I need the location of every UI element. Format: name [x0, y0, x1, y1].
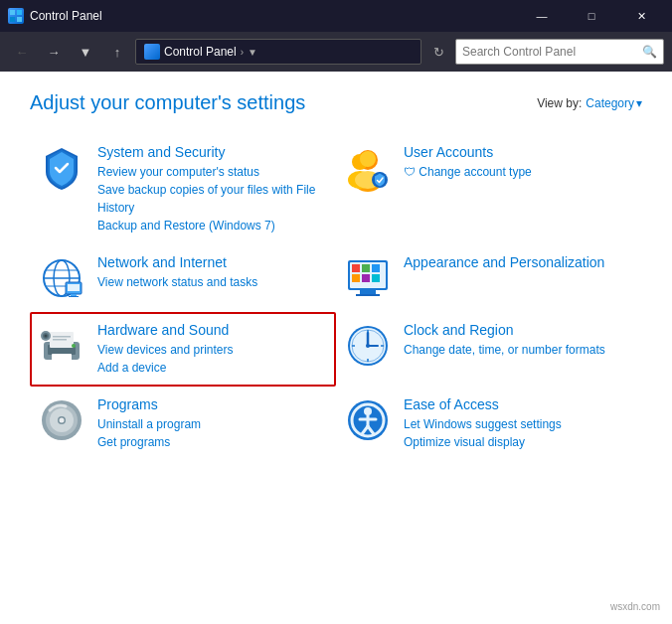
svg-rect-3	[17, 17, 22, 22]
page-title: Adjust your computer's settings	[30, 91, 305, 114]
svg-point-39	[72, 344, 76, 348]
programs-link-1[interactable]: Uninstall a program	[97, 415, 328, 433]
title-bar-left: Control Panel	[8, 8, 102, 24]
view-by-label: View by:	[537, 96, 582, 110]
programs-link-2[interactable]: Get programs	[97, 433, 328, 451]
window-title: Control Panel	[30, 9, 102, 23]
watermark: wsxdn.com	[610, 601, 660, 612]
clock-link-1[interactable]: Change date, time, or number formats	[404, 341, 634, 359]
clock-icon	[344, 322, 392, 370]
category-user-accounts: User Accounts 🛡 Change account type	[336, 134, 642, 244]
svg-point-54	[60, 418, 65, 423]
category-hardware: Hardware and Sound View devices and prin…	[30, 312, 336, 387]
path-label: Control Panel	[164, 45, 237, 59]
system-security-icon	[38, 144, 85, 192]
hardware-icon	[38, 322, 85, 370]
ease-text: Ease of Access Let Windows suggest setti…	[404, 396, 634, 451]
category-ease: Ease of Access Let Windows suggest setti…	[336, 387, 642, 461]
svg-rect-23	[362, 264, 370, 272]
categories-grid: System and Security Review your computer…	[30, 134, 642, 461]
view-by: View by: Category ▾	[537, 96, 642, 110]
ease-link-1[interactable]: Let Windows suggest settings	[404, 415, 634, 433]
category-appearance: Appearance and Personalization	[336, 244, 642, 312]
maximize-button[interactable]: □	[569, 0, 614, 32]
hardware-text: Hardware and Sound View devices and prin…	[97, 322, 328, 377]
ease-name[interactable]: Ease of Access	[404, 396, 634, 412]
svg-rect-1	[17, 10, 22, 15]
ease-link-2[interactable]: Optimize visual display	[404, 433, 634, 451]
svg-rect-2	[10, 17, 15, 22]
user-accounts-text: User Accounts 🛡 Change account type	[404, 144, 634, 181]
svg-rect-18	[71, 294, 77, 296]
minimize-button[interactable]: —	[519, 0, 565, 32]
window-controls: — □ ✕	[519, 0, 664, 32]
user-accounts-name[interactable]: User Accounts	[404, 144, 634, 160]
clock-text: Clock and Region Change date, time, or n…	[404, 322, 634, 359]
programs-icon	[38, 396, 85, 444]
svg-rect-33	[53, 336, 71, 338]
search-icon[interactable]: 🔍	[642, 45, 657, 59]
svg-rect-22	[352, 264, 360, 272]
clock-name[interactable]: Clock and Region	[404, 322, 634, 338]
hardware-link-2[interactable]: Add a device	[97, 359, 328, 377]
svg-point-45	[366, 344, 370, 348]
svg-rect-35	[52, 354, 72, 364]
svg-point-8	[360, 151, 376, 167]
programs-name[interactable]: Programs	[97, 396, 328, 412]
system-link-3[interactable]: Backup and Restore (Windows 7)	[97, 217, 328, 234]
user-accounts-icon	[344, 144, 392, 192]
svg-rect-0	[10, 10, 15, 15]
system-security-name[interactable]: System and Security	[97, 144, 328, 160]
svg-rect-25	[352, 274, 360, 282]
close-button[interactable]: ✕	[618, 0, 664, 32]
system-link-1[interactable]: Review your computer's status	[97, 163, 328, 181]
refresh-button[interactable]: ↻	[425, 39, 451, 65]
category-network: Network and Internet View network status…	[30, 244, 336, 312]
svg-rect-19	[69, 296, 79, 297]
svg-rect-34	[53, 339, 67, 341]
appearance-text: Appearance and Personalization	[404, 254, 634, 273]
network-text: Network and Internet View network status…	[97, 254, 328, 291]
forward-button[interactable]: →	[40, 38, 68, 66]
path-dropdown: ▼	[248, 47, 257, 58]
category-clock: Clock and Region Change date, time, or n…	[336, 312, 642, 387]
search-input[interactable]	[462, 45, 638, 59]
system-security-text: System and Security Review your computer…	[97, 144, 328, 234]
up-button[interactable]: ↑	[103, 38, 131, 66]
svg-rect-29	[356, 294, 380, 296]
network-name[interactable]: Network and Internet	[97, 254, 328, 270]
address-bar: ← → ▼ ↑ Control Panel › ▼ ↻ 🔍	[0, 32, 672, 72]
search-box[interactable]: 🔍	[455, 39, 664, 65]
user-link-1[interactable]: 🛡 Change account type	[404, 163, 634, 181]
system-link-2[interactable]: Save backup copies of your files with Fi…	[97, 181, 328, 217]
path-chevron: ›	[241, 47, 244, 58]
path-icon	[144, 44, 160, 60]
svg-rect-24	[372, 264, 380, 272]
svg-point-38	[45, 335, 48, 338]
appearance-icon	[344, 254, 392, 302]
recent-button[interactable]: ▼	[72, 38, 99, 66]
view-by-dropdown[interactable]: Category ▾	[586, 96, 642, 110]
network-link-1[interactable]: View network status and tasks	[97, 273, 328, 291]
hardware-link-1[interactable]: View devices and printers	[97, 341, 328, 359]
svg-rect-17	[68, 284, 80, 291]
hardware-name[interactable]: Hardware and Sound	[97, 322, 328, 338]
title-bar: Control Panel — □ ✕	[0, 0, 672, 32]
svg-rect-27	[372, 274, 380, 282]
main-content: Adjust your computer's settings View by:…	[0, 72, 672, 624]
address-path[interactable]: Control Panel › ▼	[135, 39, 421, 65]
appearance-name[interactable]: Appearance and Personalization	[404, 254, 634, 270]
ease-icon	[344, 396, 392, 444]
network-icon	[38, 254, 85, 302]
programs-text: Programs Uninstall a program Get program…	[97, 396, 328, 451]
page-header: Adjust your computer's settings View by:…	[30, 91, 642, 114]
category-programs: Programs Uninstall a program Get program…	[30, 387, 336, 461]
category-system-security: System and Security Review your computer…	[30, 134, 336, 244]
svg-rect-28	[360, 290, 376, 294]
svg-rect-26	[362, 274, 370, 282]
app-icon	[8, 8, 24, 24]
back-button[interactable]: ←	[8, 38, 36, 66]
